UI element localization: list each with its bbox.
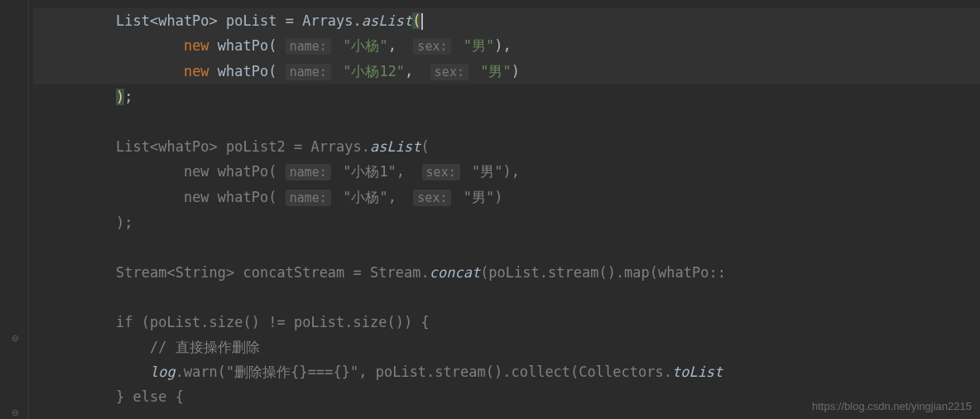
code-text: whatPo(: [209, 37, 277, 54]
string-literal: "小杨": [343, 189, 387, 205]
code-text: (poList.stream().map(whatPo::: [480, 264, 726, 281]
code-line[interactable]: // 直接操作删除: [33, 335, 980, 359]
param-hint: name:: [286, 38, 331, 55]
string-literal: "男": [464, 189, 494, 205]
code-text: List<whatPo> poList = Arrays.: [116, 12, 362, 29]
param-hint: name:: [286, 164, 331, 181]
comment: // 直接操作删除: [150, 339, 260, 355]
code-text: new whatPo(: [184, 189, 277, 205]
code-text: ,: [405, 63, 430, 79]
code-text: ),: [502, 163, 519, 180]
watermark-text: https://blog.csdn.net/yingjian2215: [812, 400, 972, 412]
code-line[interactable]: Stream<String> concatStream = Stream.con…: [33, 260, 980, 285]
code-line[interactable]: new whatPo( name: "小杨12", sex: "男"): [33, 59, 980, 84]
method-call: asList: [370, 138, 420, 155]
string-literal: "男": [464, 37, 494, 54]
code-text: if (poList.size() != poList.size()) {: [116, 314, 430, 330]
code-text: .warn(: [175, 364, 226, 380]
code-text: Stream<String> concatStream = Stream.: [116, 264, 430, 281]
param-hint: sex:: [430, 64, 468, 80]
param-hint: name:: [286, 190, 331, 206]
code-line[interactable]: List<whatPo> poList2 = Arrays.asList(: [33, 134, 980, 159]
code-text: (: [420, 138, 429, 155]
string-literal: "删除操作{}==={}": [226, 364, 358, 380]
code-text: ,: [388, 189, 414, 205]
code-text: List<whatPo> poList2 = Arrays.: [116, 138, 370, 155]
variable: log: [150, 364, 175, 380]
method-call: asList: [362, 12, 412, 29]
code-line[interactable]: );: [33, 210, 980, 235]
string-literal: "男": [480, 63, 511, 79]
code-text: ): [494, 189, 502, 205]
paren-close: ): [116, 89, 124, 105]
code-text: ),: [494, 37, 511, 54]
method-call: toList: [672, 364, 723, 380]
code-text: ;: [124, 89, 132, 105]
code-text: ,: [388, 37, 414, 54]
text-cursor: [421, 13, 423, 30]
code-line[interactable]: );: [33, 84, 980, 109]
param-hint: sex:: [422, 164, 460, 181]
keyword: new: [184, 63, 209, 79]
code-line[interactable]: new whatPo( name: "小杨", sex: "男"): [33, 185, 980, 210]
code-line[interactable]: if (poList.size() != poList.size()) {: [33, 310, 980, 335]
code-text: ): [512, 63, 520, 79]
string-literal: "小杨": [343, 37, 387, 54]
method-call: concat: [430, 264, 480, 281]
code-line[interactable]: log.warn("删除操作{}==={}", poList.stream().…: [33, 359, 980, 384]
param-hint: sex:: [413, 38, 451, 55]
code-editor[interactable]: List<whatPo> poList = Arrays.asList( new…: [0, 0, 980, 409]
code-text: new whatPo(: [184, 163, 277, 180]
param-hint: sex:: [413, 190, 451, 206]
code-text: );: [116, 214, 132, 231]
string-literal: "小杨1": [343, 163, 396, 180]
code-text: , poList.stream().collect(Collectors.: [358, 364, 672, 380]
code-line[interactable]: [33, 285, 980, 310]
code-line[interactable]: [33, 235, 980, 260]
code-text: } else {: [116, 388, 184, 405]
code-line[interactable]: new whatPo( name: "小杨1", sex: "男"),: [33, 159, 980, 185]
keyword: new: [184, 37, 209, 54]
code-line[interactable]: new whatPo( name: "小杨", sex: "男"),: [33, 33, 980, 59]
code-line[interactable]: [33, 109, 980, 134]
string-literal: "小杨12": [343, 63, 405, 79]
paren-open: (: [412, 12, 420, 29]
string-literal: "男": [472, 163, 502, 180]
code-text: ,: [396, 163, 422, 180]
param-hint: name:: [286, 64, 331, 80]
code-line[interactable]: List<whatPo> poList = Arrays.asList(: [33, 8, 980, 33]
code-text: whatPo(: [209, 63, 277, 79]
